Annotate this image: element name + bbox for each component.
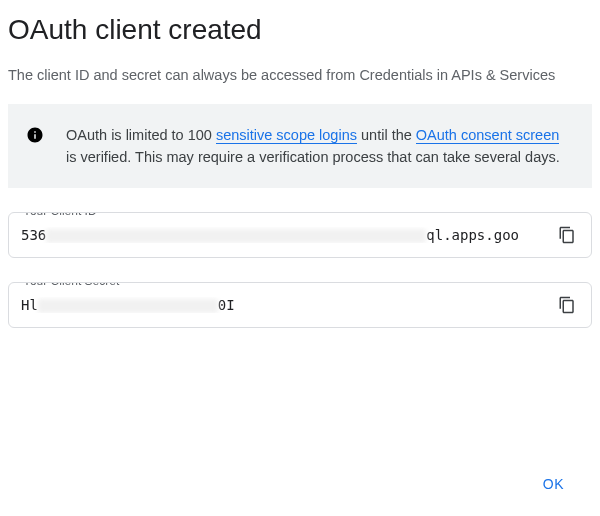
info-banner: OAuth is limited to 100 sensitive scope … [8,104,592,188]
info-message: OAuth is limited to 100 sensitive scope … [66,124,570,168]
client-id-suffix: ql.apps.goo [426,227,519,243]
client-secret-field: Your Client Secret Hl0I [8,282,592,328]
copy-client-id-button[interactable] [553,221,581,249]
copy-icon [558,226,576,244]
client-id-redacted [46,229,426,243]
info-text-part3: is verified. This may require a verifica… [66,149,560,165]
sensitive-scope-logins-link[interactable]: sensitive scope logins [216,127,357,144]
dialog-actions: OK [531,468,576,500]
info-text-part2: until the [357,127,416,143]
oauth-consent-screen-link[interactable]: OAuth consent screen [416,127,559,144]
copy-client-secret-button[interactable] [553,291,581,319]
dialog-subtitle: The client ID and secret can always be a… [8,64,568,86]
client-secret-suffix: 0I [218,297,235,313]
client-secret-label: Your Client Secret [19,282,123,288]
client-secret-value: Hl0I [21,297,235,313]
ok-button[interactable]: OK [531,468,576,500]
info-text-part1: OAuth is limited to 100 [66,127,216,143]
client-id-prefix: 536 [21,227,46,243]
copy-icon [558,296,576,314]
client-secret-redacted [38,299,218,313]
client-secret-prefix: Hl [21,297,38,313]
dialog-title: OAuth client created [8,14,592,46]
client-id-label: Your Client ID [19,212,101,218]
client-id-field: Your Client ID 536ql.apps.goo [8,212,592,258]
info-icon [26,124,44,168]
client-id-value: 536ql.apps.goo [21,227,519,243]
